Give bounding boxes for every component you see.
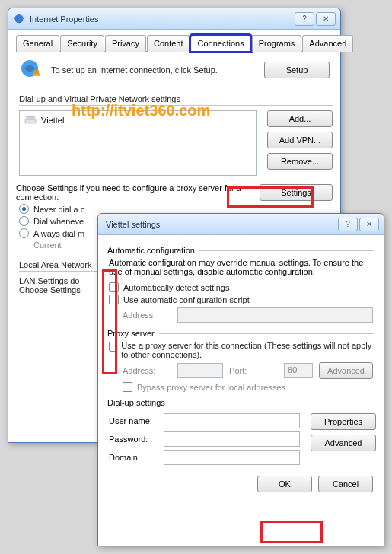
remove-button[interactable]: Remove... [267, 153, 333, 170]
username-label: User name: [109, 416, 158, 425]
svg-rect-5 [27, 116, 34, 119]
radio-label: Dial wheneve [33, 217, 84, 226]
auto-config-label: Automatic configuration [107, 246, 195, 255]
password-label: Password: [109, 435, 158, 444]
checkbox-use-proxy[interactable]: Use a proxy server for this connection (… [109, 341, 373, 359]
settings-button[interactable]: Settings [260, 184, 333, 201]
globe-icon [19, 58, 43, 82]
checkbox-label: Bypass proxy server for local addresses [137, 383, 285, 392]
script-address-input [177, 307, 373, 323]
help-button[interactable]: ? [338, 218, 358, 231]
cancel-button[interactable]: Cancel [318, 476, 373, 492]
proxy-port-label: Port: [229, 366, 278, 375]
connection-listbox[interactable]: Viettel [19, 110, 257, 176]
username-input[interactable] [164, 413, 300, 428]
proxy-advanced-button: Advanced [319, 362, 373, 379]
radio-icon [19, 216, 29, 226]
proxy-address-label: Address: [123, 366, 171, 375]
app-icon [13, 13, 25, 25]
tab-privacy[interactable]: Privacy [105, 35, 146, 52]
checkbox-label: Use a proxy server for this connection (… [121, 341, 373, 359]
checkbox-icon [109, 282, 119, 292]
help-button[interactable]: ? [295, 12, 314, 26]
tab-general[interactable]: General [16, 35, 59, 52]
window-title: Viettel settings [106, 220, 336, 229]
checkbox-icon [109, 342, 116, 352]
window-title: Internet Properties [30, 14, 293, 24]
ok-button[interactable]: OK [257, 476, 312, 492]
script-address-label: Address [123, 310, 171, 320]
titlebar[interactable]: Internet Properties ? ✕ [8, 8, 340, 30]
checkbox-label: Use automatic configuration script [123, 295, 250, 304]
radio-label: Never dial a c [33, 205, 84, 214]
tab-strip: General Security Privacy Content Connect… [16, 34, 333, 52]
choose-text: Choose Settings if you need to configure… [16, 183, 252, 202]
radio-label: Always dial m [33, 229, 84, 238]
setup-text: To set up an Internet connection, click … [51, 65, 257, 75]
checkbox-auto-script[interactable]: Use automatic configuration script [109, 295, 373, 304]
list-item-label: Viettel [41, 116, 64, 125]
domain-input[interactable] [164, 450, 300, 465]
checkbox-auto-detect[interactable]: Automatically detect settings [109, 282, 373, 292]
add-vpn-button[interactable]: Add VPN... [267, 132, 333, 148]
close-button[interactable]: ✕ [359, 218, 379, 231]
titlebar[interactable]: Viettel settings ? ✕ [98, 214, 384, 235]
tab-programs[interactable]: Programs [252, 35, 302, 52]
add-button[interactable]: Add... [267, 110, 333, 127]
radio-icon [19, 228, 29, 238]
dialup-settings-label: Dial-up settings [107, 398, 165, 407]
auto-config-text: Automatic configuration may override man… [109, 258, 373, 276]
modem-icon [24, 115, 37, 126]
tab-content[interactable]: Content [147, 35, 190, 52]
proxy-label: Proxy server [107, 329, 155, 338]
password-input[interactable] [164, 431, 300, 447]
dialup-group-label: Dial-up and Virtual Private Network sett… [19, 94, 333, 103]
domain-label: Domain: [109, 453, 158, 462]
checkbox-label: Automatically detect settings [123, 283, 229, 292]
checkbox-bypass-local: Bypass proxy server for local addresses [123, 382, 373, 392]
checkbox-icon [123, 382, 132, 392]
checkbox-icon [109, 295, 119, 304]
viettel-settings-window: Viettel settings ? ✕ Automatic configura… [97, 213, 384, 546]
list-item[interactable]: Viettel [23, 114, 253, 126]
setup-button[interactable]: Setup [264, 62, 330, 78]
properties-button[interactable]: Properties [311, 413, 376, 430]
close-button[interactable]: ✕ [316, 12, 336, 26]
dialup-advanced-button[interactable]: Advanced [311, 435, 376, 451]
proxy-port-input: 80 [284, 363, 313, 378]
tab-security[interactable]: Security [60, 35, 104, 52]
tab-advanced[interactable]: Advanced [302, 35, 353, 52]
tab-connections[interactable]: Connections [190, 35, 250, 52]
radio-icon [19, 204, 29, 214]
svg-rect-3 [34, 70, 39, 74]
proxy-address-input [177, 363, 223, 378]
